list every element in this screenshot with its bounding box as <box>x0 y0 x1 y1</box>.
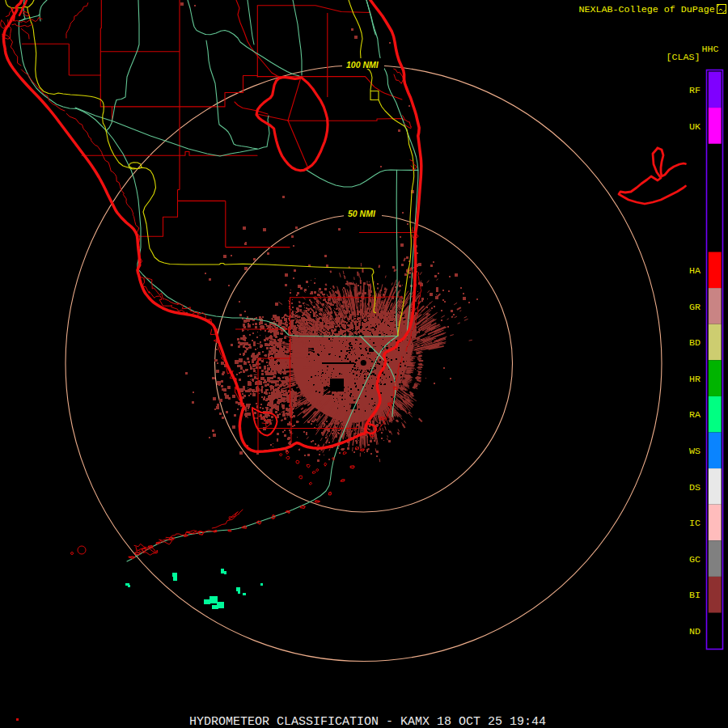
svg-text:HR: HR <box>689 374 700 385</box>
svg-text:GC: GC <box>689 554 700 565</box>
svg-text:BD: BD <box>689 337 700 349</box>
svg-text:WS: WS <box>689 446 700 457</box>
svg-text:[CLAS]: [CLAS] <box>666 52 700 63</box>
svg-text:RF: RF <box>689 85 700 96</box>
svg-text:UK: UK <box>689 121 700 133</box>
svg-text:HYDROMETEOR CLASSIFICATION - K: HYDROMETEOR CLASSIFICATION - KAMX 18 OCT… <box>189 715 546 728</box>
svg-text:BI: BI <box>689 590 700 601</box>
svg-text:DS: DS <box>689 482 700 493</box>
svg-text:50 NMI: 50 NMI <box>348 209 376 218</box>
svg-text:ND: ND <box>689 626 700 637</box>
svg-text:GR: GR <box>689 302 700 313</box>
svg-text:HA: HA <box>689 265 701 277</box>
svg-text:RA: RA <box>689 409 701 421</box>
svg-text:NEXLAB-College of DuPage: NEXLAB-College of DuPage <box>579 4 715 15</box>
svg-text:100 NMI: 100 NMI <box>346 60 379 70</box>
svg-text:HHC: HHC <box>701 44 718 55</box>
svg-text:IC: IC <box>689 518 700 529</box>
